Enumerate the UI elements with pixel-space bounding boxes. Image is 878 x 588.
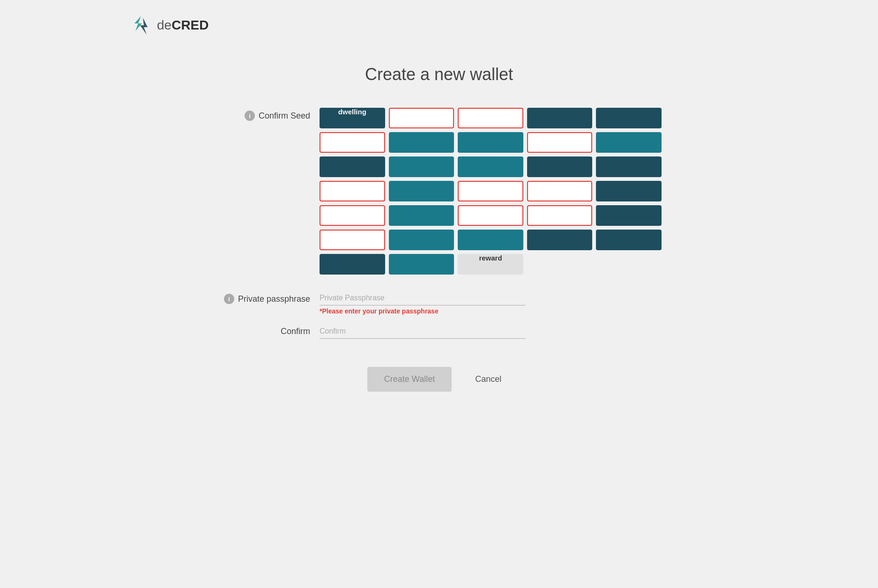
seed-input-23[interactable] [458, 205, 523, 226]
passphrase-error: *Please enter your private passphrase [320, 307, 662, 315]
seed-input-16[interactable] [320, 181, 385, 201]
logo-area: deCRED [130, 14, 748, 37]
confirm-seed-row: i Confirm Seed dwellingreward [216, 108, 662, 275]
confirm-row: Confirm [216, 324, 662, 339]
seed-cell-4 [527, 108, 593, 128]
page-container: deCRED Create a new wallet i Confirm See… [111, 0, 767, 406]
seed-cell-18[interactable] [458, 181, 523, 201]
seed-cell-23[interactable] [458, 205, 523, 226]
confirm-seed-label-group: i Confirm Seed [216, 108, 310, 121]
passphrase-input[interactable] [320, 291, 526, 305]
seed-cell-26[interactable] [320, 230, 385, 250]
seed-cell-8 [458, 132, 523, 153]
seed-cell-6[interactable] [320, 132, 385, 153]
passphrase-info-icon[interactable]: i [224, 294, 234, 304]
confirm-seed-info-icon[interactable]: i [245, 111, 255, 121]
logo-cred: CRED [171, 18, 208, 32]
seed-cell-9[interactable] [527, 132, 593, 153]
seed-cell-28 [458, 230, 523, 250]
seed-cell-13 [458, 156, 523, 177]
seed-cell-17 [389, 181, 454, 201]
seed-input-9[interactable] [527, 132, 593, 153]
seed-cell-16[interactable] [320, 181, 385, 201]
passphrase-input-group: *Please enter your private passphrase [320, 291, 662, 315]
logo-de: de [157, 18, 171, 32]
seed-input-24[interactable] [527, 205, 593, 226]
confirm-label: Confirm [281, 327, 310, 336]
seed-cell-19[interactable] [527, 181, 593, 201]
seed-grid: dwellingreward [320, 108, 662, 275]
seed-input-6[interactable] [320, 132, 385, 153]
confirm-label-group: Confirm [216, 327, 310, 336]
seed-cell-1: dwelling [320, 108, 385, 128]
seed-cell-11 [320, 156, 385, 177]
seed-cell-33: reward [458, 254, 523, 275]
confirm-seed-label: Confirm Seed [259, 111, 310, 121]
seed-cell-20 [596, 181, 662, 201]
seed-cell-21[interactable] [320, 205, 385, 226]
seed-cell-32 [389, 254, 454, 275]
seed-cell-2[interactable] [389, 108, 454, 128]
button-row: Create Wallet Cancel [216, 367, 662, 392]
seed-cell-22 [389, 205, 454, 226]
passphrase-label-group: i Private passphrase [216, 291, 310, 304]
form-section: i Confirm Seed dwellingreward i Private … [216, 108, 662, 392]
cancel-button[interactable]: Cancel [466, 370, 511, 389]
seed-cell-15 [596, 156, 662, 177]
main-content: Create a new wallet i Confirm Seed dwell… [130, 55, 748, 392]
seed-cell-7 [389, 132, 454, 153]
create-wallet-button[interactable]: Create Wallet [367, 367, 452, 392]
seed-cell-3[interactable] [458, 108, 523, 128]
seed-cell-27 [389, 230, 454, 250]
seed-cell-10 [596, 132, 662, 153]
confirm-input[interactable] [320, 324, 526, 339]
page-title: Create a new wallet [365, 65, 513, 84]
seed-input-2[interactable] [389, 108, 454, 128]
passphrase-label: Private passphrase [238, 294, 310, 304]
seed-input-21[interactable] [320, 205, 385, 226]
seed-input-19[interactable] [527, 181, 593, 201]
decred-logo-icon [130, 14, 152, 37]
seed-input-26[interactable] [320, 230, 385, 250]
seed-cell-31 [320, 254, 385, 275]
logo-text: deCRED [157, 18, 209, 33]
seed-cell-14 [527, 156, 593, 177]
seed-cell-30 [596, 230, 662, 250]
seed-cell-25 [596, 205, 662, 226]
seed-cell-29 [527, 230, 593, 250]
passphrase-row: i Private passphrase *Please enter your … [216, 291, 662, 315]
seed-cell-5 [596, 108, 662, 128]
seed-input-3[interactable] [458, 108, 523, 128]
seed-input-18[interactable] [458, 181, 523, 201]
seed-cell-24[interactable] [527, 205, 593, 226]
seed-cell-12 [389, 156, 454, 177]
